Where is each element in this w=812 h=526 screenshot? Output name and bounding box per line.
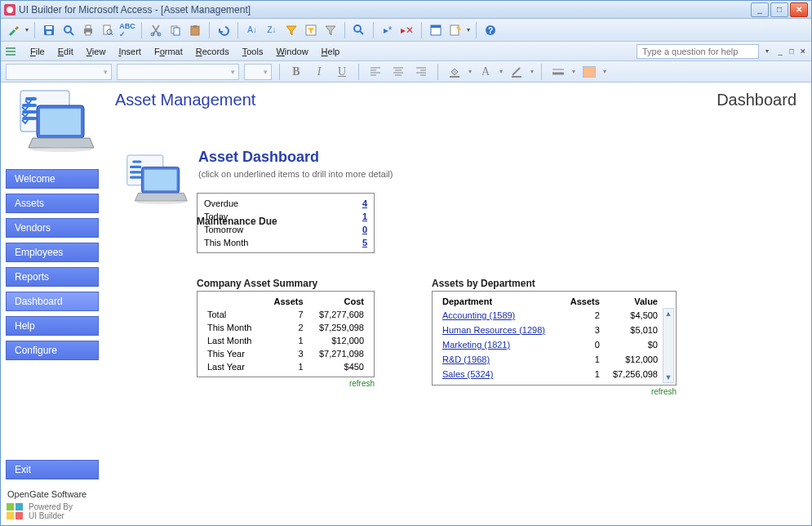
svg-point-19 [354, 25, 361, 32]
window-close-button[interactable]: ✕ [790, 2, 808, 17]
save-button[interactable] [41, 22, 57, 38]
svg-rect-15 [174, 28, 180, 35]
summary-row: Last Year 1 $450 [204, 360, 367, 373]
svg-point-48 [30, 147, 92, 152]
svg-rect-2 [46, 26, 52, 29]
svg-rect-42 [512, 76, 521, 78]
dept-scrollbar[interactable]: ▲ ▼ [663, 308, 674, 383]
paste-button[interactable] [187, 22, 203, 38]
window-minimize-button[interactable]: _ [751, 2, 769, 17]
underline-button[interactable]: U [333, 64, 351, 80]
help-search-input[interactable] [637, 44, 759, 59]
mdi-minimize-button[interactable]: _ [775, 47, 785, 56]
database-window-button[interactable] [428, 22, 444, 38]
maint-label: Overdue [204, 198, 238, 208]
nav-exit[interactable]: Exit [6, 460, 99, 479]
sort-asc-button[interactable]: A↓ [244, 22, 260, 38]
apply-filter-button[interactable] [322, 22, 339, 38]
nav-employees[interactable]: Employees [6, 243, 99, 262]
font-color-button[interactable]: A [477, 64, 495, 80]
nav-configure[interactable]: Configure [6, 341, 99, 360]
menu-help[interactable]: Help [315, 44, 347, 59]
maint-value-link[interactable]: 1 [362, 212, 367, 221]
font-size-dropdown[interactable]: ▾ [244, 64, 272, 80]
maint-value-link[interactable]: 0 [362, 225, 367, 234]
menu-window[interactable]: Window [269, 44, 314, 59]
dashboard-title: Asset Dashboard [198, 149, 393, 166]
nav-assets[interactable]: Assets [6, 194, 99, 213]
summary-row: This Month 2 $7,259,098 [204, 321, 367, 334]
mdi-close-button[interactable]: ✕ [798, 47, 808, 56]
nav-help[interactable]: Help [6, 316, 99, 336]
maint-label: Tomorrow [204, 225, 243, 234]
menu-insert[interactable]: Insert [112, 44, 148, 59]
dept-refresh-link[interactable]: refresh [432, 387, 677, 396]
dept-row: R&D (1968) 1 $12,000 [439, 352, 661, 367]
svg-rect-26 [6, 47, 16, 49]
svg-rect-8 [86, 32, 91, 35]
print-button[interactable] [80, 22, 96, 38]
app-icon [4, 4, 16, 16]
svg-rect-51 [7, 512, 14, 519]
design-view-button[interactable] [6, 22, 22, 38]
dept-title: Assets by Department [432, 278, 677, 289]
sort-desc-button[interactable]: Z↓ [264, 22, 280, 38]
help-button[interactable]: ? [482, 22, 499, 38]
menu-edit[interactable]: Edit [51, 44, 80, 59]
maint-value-link[interactable]: 4 [362, 198, 367, 208]
help-search-dropdown-icon[interactable]: ▾ [765, 47, 769, 55]
dept-link[interactable]: Marketing (1821) [442, 340, 510, 350]
menu-records[interactable]: Records [189, 44, 236, 59]
dept-link[interactable]: Sales (5324) [442, 369, 493, 379]
spellcheck-button[interactable]: ABC✓ [119, 22, 135, 38]
delete-record-button[interactable]: ▸✕ [399, 22, 415, 38]
align-center-button[interactable] [389, 64, 407, 80]
italic-button[interactable]: I [310, 64, 328, 80]
nav-welcome[interactable]: Welcome [6, 169, 99, 189]
special-effect-button[interactable] [580, 64, 598, 80]
summary-col-assets: Assets [264, 295, 307, 308]
menu-file[interactable]: File [24, 44, 51, 59]
filter-form-button[interactable] [303, 22, 319, 38]
mdi-restore-button[interactable]: □ [787, 47, 796, 56]
line-color-button[interactable] [508, 64, 526, 80]
menu-view[interactable]: View [80, 44, 113, 59]
object-selector-dropdown[interactable]: ▾ [6, 64, 112, 80]
nav-reports[interactable]: Reports [6, 267, 99, 287]
window-maximize-button[interactable]: □ [770, 2, 788, 17]
copy-button[interactable] [167, 22, 184, 38]
svg-line-5 [70, 32, 73, 35]
svg-line-20 [360, 31, 363, 34]
font-dropdown[interactable]: ▾ [117, 64, 239, 80]
new-record-button[interactable]: ▸* [379, 22, 396, 38]
menu-format[interactable]: Format [148, 44, 189, 59]
maint-value-link[interactable]: 5 [362, 238, 367, 247]
fill-color-button[interactable] [446, 64, 464, 80]
undo-button[interactable] [215, 22, 232, 38]
dept-link[interactable]: Accounting (1589) [442, 310, 515, 320]
find-button[interactable] [351, 22, 367, 38]
scroll-up-icon[interactable]: ▲ [664, 309, 673, 319]
cut-button[interactable] [148, 22, 164, 38]
page-title: Asset Management [115, 91, 255, 109]
svg-rect-52 [16, 512, 23, 519]
filter-selection-button[interactable] [283, 22, 300, 38]
menu-tools[interactable]: Tools [236, 44, 270, 59]
dept-link[interactable]: Human Resources (1298) [442, 325, 545, 335]
scroll-down-icon[interactable]: ▼ [664, 372, 673, 382]
summary-refresh-link[interactable]: refresh [197, 379, 375, 388]
new-object-button[interactable] [447, 22, 464, 38]
align-left-button[interactable] [366, 64, 384, 80]
bold-button[interactable]: B [287, 64, 305, 80]
svg-rect-47 [40, 109, 81, 135]
align-right-button[interactable] [412, 64, 430, 80]
print-preview-button[interactable] [100, 22, 116, 38]
dept-link[interactable]: R&D (1968) [442, 354, 490, 364]
search-button[interactable] [60, 22, 77, 38]
dept-col-department: Department [439, 295, 562, 308]
line-width-button[interactable] [549, 64, 567, 80]
nav-dashboard[interactable]: Dashboard [6, 292, 99, 311]
svg-rect-27 [6, 51, 16, 52]
nav-vendors[interactable]: Vendors [6, 218, 99, 238]
powered-by-line1: Powered By [29, 502, 73, 511]
